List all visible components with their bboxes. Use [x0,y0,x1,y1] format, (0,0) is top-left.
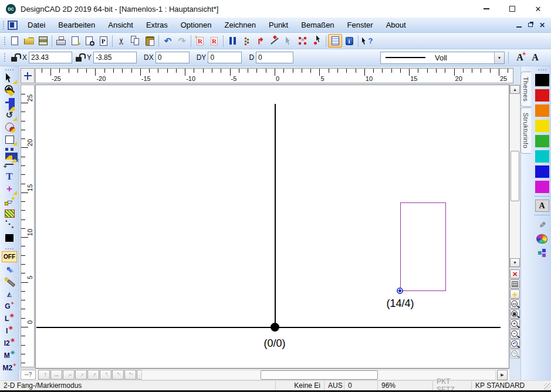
color-swatch-5[interactable] [535,135,549,147]
direction-arrow-button-1[interactable]: → [38,370,50,380]
array-tool-icon[interactable] [2,146,18,157]
dx-input[interactable] [156,52,190,63]
direction-arrow-button-5[interactable]: → [87,370,99,380]
print-preview-icon[interactable] [68,34,82,48]
dy-input[interactable] [208,52,242,63]
gravity-snap-icon[interactable]: G+ [2,300,18,312]
triangle-snap-icon[interactable] [2,288,18,299]
linestyle-tool-icon[interactable] [2,220,18,231]
menu-item-ansicht[interactable]: Ansicht [102,18,140,32]
color-swatch-1[interactable] [535,74,549,86]
scroll-right-button[interactable]: ▶ [497,370,508,380]
scroll-down-button[interactable]: ▼ [510,258,520,267]
grid-icon[interactable] [510,279,520,289]
font-button[interactable]: A [528,51,543,64]
x-input[interactable] [29,52,72,63]
open-file-icon[interactable] [22,34,36,48]
toolbar-grip[interactable] [3,36,6,46]
close-button[interactable]: ✕ [525,0,551,18]
record-macro-icon[interactable] [193,34,207,48]
print-icon[interactable] [54,34,68,48]
edit-note-icon[interactable] [535,218,549,231]
menu-item-bearbeiten[interactable]: Bearbeiten [52,18,102,32]
context-help-icon[interactable] [360,34,374,48]
drag-snap-icon[interactable] [2,263,18,275]
rect-tool-icon[interactable] [2,134,18,145]
direction-arrow-button-7[interactable]: → [112,370,124,380]
circle-tool-icon[interactable] [2,121,18,133]
intersection2-snap-icon[interactable]: I2✳ [2,337,18,349]
drawn-rectangle[interactable] [400,202,446,291]
save-icon[interactable] [36,34,50,48]
grid-close-icon[interactable]: ✕ [510,269,520,279]
page-setup-icon[interactable] [96,34,110,48]
toolbar-grip[interactable] [2,20,5,31]
x-lock-icon[interactable] [11,53,19,62]
copy-icon[interactable] [129,34,143,48]
menu-item-bemaßen[interactable]: Bemaßen [295,18,340,32]
vertical-scroll-thumb[interactable] [511,151,519,201]
maximize-button[interactable] [499,0,525,18]
document-icon[interactable] [8,21,18,30]
select-shape-icon[interactable] [282,34,296,48]
menu-item-about[interactable]: About [380,18,413,32]
direction-arrow-button-2[interactable]: → [50,370,62,380]
run-macro-icon[interactable] [207,34,221,48]
toolbar-grip[interactable] [4,247,15,250]
direction-arrow-button-6[interactable]: → [100,370,111,380]
hatch-tool-icon[interactable] [2,208,18,219]
y-lock-icon[interactable] [76,53,84,62]
intersection-snap-icon[interactable]: I✳ [2,325,18,336]
direction-arrow-button-8[interactable]: → [124,370,136,380]
toolbar-grip[interactable] [3,52,6,63]
tab-themes[interactable]: Themes [520,72,531,107]
snap-off-button[interactable]: OFF [2,251,17,262]
rectangle-point-marker[interactable] [397,288,403,294]
menu-item-fenster[interactable]: Fenster [341,18,380,32]
menu-item-optionen[interactable]: Optionen [174,18,218,32]
handles-icon[interactable] [296,34,310,48]
info-panel-icon[interactable] [328,34,342,48]
node-edit-tool-icon[interactable] [2,195,18,207]
origin-cross-icon[interactable]: + [510,289,520,299]
redo-icon[interactable] [175,34,189,48]
paste-icon[interactable] [143,34,157,48]
rotate-tool-icon[interactable] [2,109,18,120]
new-file-icon[interactable] [8,34,22,48]
blocks-icon[interactable] [535,246,549,259]
point-display-icon[interactable] [239,34,253,48]
text-style-button[interactable]: A [535,200,549,212]
direction-arrow-button-4[interactable]: → [75,370,87,380]
drawing-canvas[interactable]: (0/0) (14/4) [35,85,509,369]
zoom-window-icon[interactable]: ▣ [510,309,520,319]
ruler-options-icon[interactable] [21,370,36,380]
pause-icon[interactable] [225,34,239,48]
angle-snap-icon[interactable] [268,34,282,48]
line-style-dropdown-button[interactable]: ▼ [494,52,504,63]
select-tool-icon[interactable] [2,72,18,83]
ruler-origin-button[interactable] [21,68,35,83]
mdi-restore-icon[interactable] [528,23,533,27]
color-swatch-6[interactable] [535,150,549,163]
move-tool-icon[interactable] [2,97,18,108]
resize-grip[interactable] [542,381,551,390]
color-swatch-4[interactable] [535,120,549,132]
palette-icon[interactable] [535,232,549,245]
menu-item-extras[interactable]: Extras [140,18,174,32]
point-select-icon[interactable] [310,34,324,48]
tab-strukturinfo[interactable]: Strukturinfo [520,107,531,154]
zoom-next-icon[interactable]: ↷ [510,349,520,359]
point-tool-icon[interactable] [2,183,18,194]
scroll-up-button[interactable]: ▲ [510,85,520,94]
menu-item-punkt[interactable]: Punkt [262,18,295,32]
text-tool-icon[interactable] [2,171,18,182]
midpoint-snap-icon[interactable]: M✳ [2,350,18,361]
zoom-tool-icon[interactable] [2,85,18,96]
zoom-fit-icon[interactable]: ▭ [510,299,520,309]
minimize-button[interactable] [474,0,499,18]
cut-icon[interactable] [114,34,129,48]
toolbar-grip[interactable] [537,68,547,71]
zoom-out-icon[interactable]: − [510,329,520,339]
midpoint2-snap-icon[interactable]: M2+ [2,362,18,373]
add-font-button[interactable]: A [512,51,528,64]
